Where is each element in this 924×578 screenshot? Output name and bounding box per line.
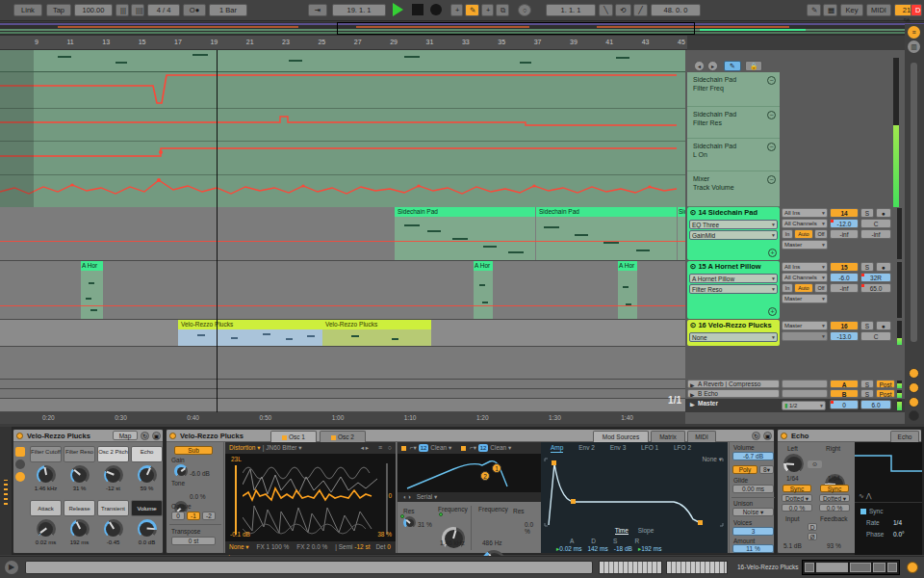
unison-amount-field[interactable]: 11 %	[732, 544, 774, 553]
prev-next-table-icon[interactable]: ◂ ▸	[361, 442, 369, 453]
macro-value[interactable]: 59 %	[131, 486, 163, 491]
track-14-lane[interactable]: Sidechain Pad Sidechain Pad Sidechain Pa…	[0, 207, 685, 261]
viz-circle-icon[interactable]: ○	[388, 442, 392, 453]
output-chooser[interactable]: Master	[782, 321, 828, 330]
track-title[interactable]: ⊙ 14 Sidechain Pad	[687, 207, 780, 219]
clip-a-hornet[interactable]: A Hor	[474, 261, 493, 319]
oscillator-waveform-display[interactable]	[243, 456, 377, 537]
output-chooser[interactable]: Master	[782, 240, 828, 250]
octave-0-button[interactable]: 0	[171, 512, 185, 520]
fold-icon[interactable]: ▶	[690, 381, 695, 388]
echo-feedback-value[interactable]: 93 %	[827, 542, 841, 549]
filter-curve-display[interactable]	[398, 454, 541, 492]
transpose-field[interactable]: 0 st	[171, 537, 216, 545]
input-channel-chooser[interactable]: All Channels	[782, 219, 828, 228]
filter2-on-icon[interactable]	[461, 446, 466, 451]
subtab-env2[interactable]: Env 2	[578, 444, 595, 451]
beat-time-ruler[interactable]: 9111315171921232527293133353739414345	[0, 36, 687, 50]
return-b-activator-badge[interactable]	[909, 382, 919, 393]
remove-lane-icon[interactable]: −	[767, 143, 776, 151]
tap-tempo-button[interactable]: Tap	[46, 4, 71, 16]
osc-gain-value[interactable]: -0.1 dB	[230, 531, 250, 538]
show-hide-browser-icon[interactable]: ▶	[5, 561, 18, 574]
automation-mode-icon[interactable]: ✎	[724, 61, 741, 71]
osc-fx2-amount[interactable]: FX 2 0.0 %	[296, 543, 327, 550]
subtab-env3[interactable]: Env 3	[610, 444, 627, 451]
lock-envelopes-icon[interactable]: 🔒	[745, 61, 762, 71]
filter1-res-knob[interactable]	[403, 516, 416, 529]
filter1-type-icon[interactable]: ⌐▾	[410, 444, 417, 451]
remove-lane-icon[interactable]: −	[767, 111, 776, 119]
key-map-button[interactable]: Key	[840, 4, 863, 16]
clip-title[interactable]: Sidechain Pad	[678, 207, 685, 217]
echo-title-bar[interactable]: Echo Echo	[778, 430, 921, 442]
env-slope-toggle[interactable]: Slope	[638, 527, 654, 534]
peak-level-left[interactable]: -inf	[830, 229, 859, 239]
filter2-drag-badge[interactable]: 2	[480, 471, 490, 481]
filter1-on-icon[interactable]	[401, 446, 406, 451]
osc-effect-mode-menu[interactable]: None ▾	[229, 543, 249, 550]
arrangement-area[interactable]: Sidechain Pad Sidechain Pad Sidechain Pa…	[0, 50, 685, 412]
return-routing[interactable]	[782, 389, 828, 398]
fold-icon[interactable]: ▶	[690, 391, 695, 398]
filter1-freq-value[interactable]: 1.46 kHz	[440, 539, 465, 546]
device-activator-led[interactable]	[781, 433, 787, 439]
add-lane-icon[interactable]: +	[768, 249, 777, 257]
envelope-display[interactable]	[541, 456, 728, 531]
device-chooser[interactable]: None	[689, 332, 778, 342]
macro-value[interactable]: 1.46 kHz	[30, 486, 62, 491]
track-header-14[interactable]: ⊙ 14 Sidechain Pad EQ Three GainMid + Al…	[685, 207, 905, 261]
save-preset-icon[interactable]: ▣	[763, 432, 772, 440]
macro-knob-transient[interactable]	[104, 519, 123, 539]
filter2-circuit-menu[interactable]: Clean ▾	[490, 444, 511, 451]
track-15-lane[interactable]: A Hor A Hor A Hor	[0, 261, 685, 320]
device-view-handle[interactable]	[0, 427, 12, 555]
return-title[interactable]: ▶A Reverb | Compresso	[687, 380, 780, 388]
peak-level-right[interactable]: 65.0	[860, 283, 891, 293]
solo-button[interactable]: S	[860, 389, 874, 398]
stop-button[interactable]	[412, 4, 424, 15]
punch-out-icon[interactable]: ╱	[633, 4, 648, 16]
solo-button[interactable]: S	[860, 321, 874, 330]
monitor-auto[interactable]: Auto	[794, 229, 813, 239]
filter1-freq-knob[interactable]	[442, 527, 465, 550]
pan-field[interactable]: 32R	[860, 273, 891, 282]
poly-mode-button[interactable]: Poly	[732, 465, 757, 474]
zoom-menu-icon[interactable]: ≡	[908, 26, 920, 39]
volume-field[interactable]: -13.0	[830, 331, 859, 341]
echo-left-time-knob[interactable]	[783, 454, 804, 474]
echo-left-offset-field[interactable]: 0.0 %	[782, 504, 812, 512]
tab-osc1[interactable]: Osc 1	[270, 431, 317, 442]
echo-right-division[interactable]: 1/64	[828, 475, 840, 482]
master-title[interactable]: ▶Master	[687, 399, 780, 407]
octave-minus2-button[interactable]: -2	[202, 512, 216, 520]
volume-field[interactable]: -12.0	[830, 219, 859, 228]
clip-envelope-line[interactable]	[0, 241, 685, 242]
tab-matrix[interactable]: Matrix	[651, 431, 685, 442]
clip-title[interactable]: A Hor	[618, 261, 637, 271]
solo-button[interactable]: S	[860, 208, 874, 218]
lane-label[interactable]: Sidechain Pad L On −	[687, 139, 780, 171]
lane-param-name[interactable]: L On	[693, 151, 776, 160]
clip-velo-rezzo[interactable]: Velo-Rezzo Plucks	[178, 320, 322, 346]
arm-button[interactable]: ●	[876, 321, 891, 330]
echo-tunnel-display[interactable]	[855, 442, 922, 490]
return-a-lane[interactable]	[0, 380, 685, 389]
unison-mode-menu[interactable]: Noise ▾	[732, 508, 774, 516]
env-release-value[interactable]: ▸192 ms	[638, 545, 662, 553]
filter-routing-icon[interactable]: ◐◑	[403, 493, 411, 500]
cue-headphone-badge[interactable]	[909, 410, 919, 421]
track-header-15[interactable]: ⊙ 15 A Hornet Pillow A Hornet Pillow Fil…	[685, 261, 905, 320]
play-button[interactable]	[393, 3, 403, 16]
sub-tone-value[interactable]: 0.0 %	[190, 493, 206, 500]
overview-view-rectangle[interactable]	[337, 22, 695, 35]
loop-start-field[interactable]: 1. 1. 1	[546, 4, 596, 16]
tab-midi[interactable]: MIDI	[687, 431, 716, 442]
return-a-header[interactable]: ▶A Reverb | Compresso A S Post	[685, 380, 905, 389]
echo-left-mode-menu[interactable]: Dotted ▾	[782, 494, 812, 502]
wavetable-title-bar[interactable]: Velo-Rezzo Plucks Osc 1 Osc 2 Mod Source…	[167, 430, 774, 442]
peak-level-left[interactable]: -inf	[830, 283, 859, 293]
arrangement-position-field[interactable]: 19. 1. 1	[332, 4, 386, 16]
arm-button[interactable]: ●	[876, 262, 891, 272]
partial-track-lane[interactable]	[0, 50, 685, 72]
